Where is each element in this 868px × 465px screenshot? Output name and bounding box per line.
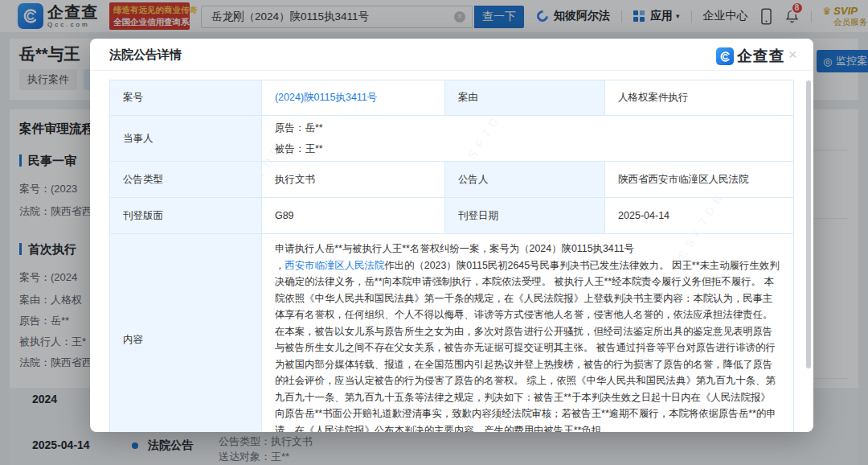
label-case-no: 案号 bbox=[110, 80, 262, 116]
table-row: 公告类型 执行文书 公告人 陕西省西安市临潼区人民法院 bbox=[110, 162, 794, 198]
modal-brand: 企查查 bbox=[716, 46, 785, 67]
close-icon[interactable]: × bbox=[788, 39, 797, 71]
case-number-link[interactable]: (2024)陕0115执3411号 bbox=[275, 92, 377, 103]
table-row: 案号 (2024)陕0115执3411号 案由 人格权案件执行 bbox=[110, 80, 794, 116]
table-row: 内容 申请执行人岳**与被执行人王**名誉权纠纷一案，案号为（2024）陕011… bbox=[110, 234, 794, 433]
modal-scrollbar-thumb[interactable] bbox=[806, 80, 811, 368]
label-announcer: 公告人 bbox=[444, 162, 604, 198]
modal-header: 法院公告详情 企查查 × bbox=[90, 39, 813, 71]
party-defendant: 被告：王** bbox=[275, 138, 780, 159]
value-parties: 原告：岳** 被告：王** bbox=[261, 116, 793, 162]
value-announcement-type: 执行文书 bbox=[261, 162, 444, 198]
screen: 企查查 Qcc.com 缔造有远见的商业传奇 全国企业信用查询系统 查一下 × … bbox=[0, 0, 868, 465]
modal-brand-name: 企查查 bbox=[737, 46, 785, 67]
label-publish-page: 刊登版面 bbox=[110, 198, 262, 234]
court-announcement-modal: EESF7DB EESF7DB EESF7DB EESF7DB EESF7DB … bbox=[90, 39, 813, 432]
party-plaintiff: 原告：岳** bbox=[275, 117, 780, 138]
value-publish-page: G89 bbox=[261, 198, 444, 234]
value-cause: 人格权案件执行 bbox=[605, 80, 794, 116]
modal-title: 法院公告详情 bbox=[109, 39, 182, 71]
announcement-table: 案号 (2024)陕0115执3411号 案由 人格权案件执行 当事人 原告：岳… bbox=[109, 80, 794, 432]
content-text: 作出的（2023）陕0115民初2645号民事判决书已发生法律效力。 因王**未… bbox=[275, 260, 780, 433]
table-row: 刊登版面 G89 刊登日期 2025-04-14 bbox=[110, 198, 794, 234]
value-publish-date: 2025-04-14 bbox=[605, 198, 794, 234]
label-announcement-type: 公告类型 bbox=[110, 162, 262, 198]
court-link[interactable]: 西安市临潼区人民法院 bbox=[285, 260, 384, 271]
label-cause: 案由 bbox=[444, 80, 604, 116]
label-content: 内容 bbox=[110, 234, 262, 433]
label-parties: 当事人 bbox=[110, 116, 262, 162]
announcement-content: 申请执行人岳**与被执行人王**名誉权纠纷一案，案号为（2024）陕0115执3… bbox=[261, 234, 793, 433]
label-publish-date: 刊登日期 bbox=[444, 198, 604, 234]
table-row: 当事人 原告：岳** 被告：王** bbox=[110, 116, 794, 162]
value-announcer: 陕西省西安市临潼区人民法院 bbox=[605, 162, 794, 198]
qcc-logo-icon bbox=[716, 47, 734, 65]
